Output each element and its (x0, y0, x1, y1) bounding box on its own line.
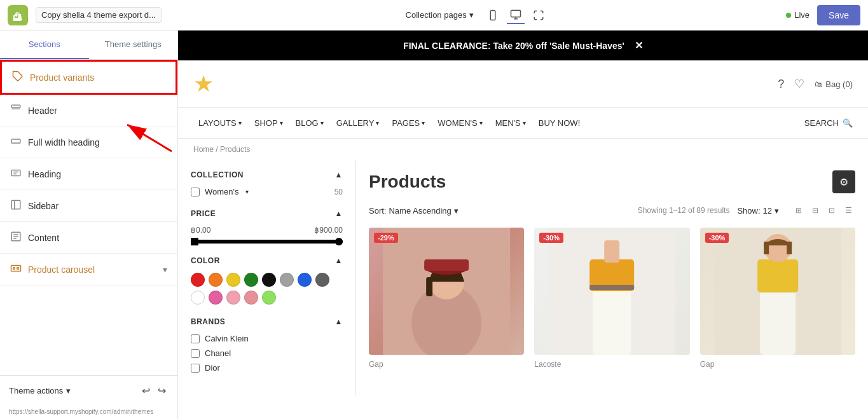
color-swatch-yellow[interactable] (226, 273, 240, 287)
nav-item-buynow[interactable]: BUY NOW! (534, 116, 586, 130)
show-select[interactable]: Show: 12 ▾ (737, 206, 779, 216)
nav-item-layouts[interactable]: LAYOUTS ▾ (193, 116, 247, 130)
sidebar-item-content[interactable]: Content (0, 222, 177, 254)
sidebar-item-sidebar[interactable]: Sidebar (0, 190, 177, 222)
theme-actions-button[interactable]: Theme actions ▾ (9, 386, 71, 395)
undo-button[interactable]: ↩ (139, 382, 153, 399)
color-swatch-orange[interactable] (209, 273, 223, 287)
color-swatch-dark-gray[interactable] (315, 273, 329, 287)
filter-color-heading[interactable]: COLOR ▲ (191, 256, 343, 265)
grid-view-4col[interactable]: ⊞ (792, 203, 806, 217)
tag-icon (12, 71, 24, 84)
save-button[interactable]: Save (817, 5, 860, 25)
sidebar-icon (10, 199, 22, 212)
color-swatch-white[interactable] (191, 291, 205, 305)
svg-rect-0 (490, 10, 495, 20)
product-image-2: -30% (534, 228, 689, 355)
nav-label-buynow: BUY NOW! (539, 118, 581, 128)
banner-text: FINAL CLEARANCE: Take 20% off 'Sale Must… (403, 41, 624, 51)
chevron-blog: ▾ (320, 120, 324, 127)
content-icon (10, 231, 22, 244)
color-swatch-pink[interactable] (209, 291, 223, 305)
nav-item-mens[interactable]: MEN'S ▾ (490, 116, 531, 130)
sidebar-item-label-sidebar: Sidebar (28, 201, 59, 211)
chevron-womens: ▾ (479, 120, 483, 127)
price-slider-track[interactable] (191, 240, 343, 244)
products-area: Products ⚙ Sort: Name Ascending ▾ Showin… (356, 160, 868, 395)
filter-collection-item-womens: Women's ▾ 50 (191, 187, 343, 196)
search-button[interactable]: SEARCH 🔍 (804, 118, 853, 128)
fullwidth-icon (10, 135, 22, 149)
color-swatch-green[interactable] (244, 273, 258, 287)
color-swatch-red[interactable] (191, 273, 205, 287)
nav-item-blog[interactable]: BLOG ▾ (291, 116, 329, 130)
filter-collection-womens-label[interactable]: Women's ▾ (191, 187, 249, 196)
filter-brands-heading[interactable]: BRANDS ▲ (191, 317, 343, 326)
product-card-3[interactable]: -30% (700, 228, 855, 369)
mobile-view-icon[interactable] (484, 6, 502, 24)
color-swatch-blue[interactable] (298, 273, 312, 287)
filter-collection-womens-checkbox[interactable] (191, 188, 200, 196)
sidebar-bottom: Theme actions ▾ ↩ ↪ (0, 375, 177, 406)
sidebar-item-product-carousel[interactable]: Product carousel ▾ (0, 254, 177, 285)
top-bar: Copy shella 4 theme export d... Collecti… (0, 0, 868, 31)
chevron-pages: ▾ (422, 120, 425, 127)
sidebar-item-heading[interactable]: Heading (0, 158, 177, 190)
wishlist-icon[interactable]: ♡ (794, 77, 804, 91)
filter-color: COLOR ▲ (191, 256, 343, 305)
nav-label-womens: WOMEN'S (437, 118, 477, 128)
sidebar-item-product-variants[interactable]: Product variants (0, 60, 177, 95)
sidebar-item-full-width-heading[interactable]: Full width heading (0, 127, 177, 158)
color-swatch-mauve[interactable] (244, 291, 258, 305)
sort-select[interactable]: Sort: Name Ascending ▾ (369, 206, 458, 216)
collection-pages-button[interactable]: Collection pages ▾ (401, 8, 479, 22)
live-label: Live (794, 10, 809, 20)
results-info: Showing 1–12 of 89 results (638, 206, 730, 215)
filter-brand-calvinklein-checkbox[interactable] (191, 334, 200, 343)
color-swatch-light-pink[interactable] (226, 291, 240, 305)
tab-theme-settings[interactable]: Theme settings (89, 31, 178, 59)
sort-value: Name Ascending (389, 206, 451, 216)
nav-item-gallery[interactable]: GALLERY ▾ (331, 116, 385, 130)
content-area: COLLECTION ▲ Women's ▾ 50 (178, 160, 868, 395)
chevron-down-womens: ▾ (245, 188, 249, 195)
color-swatch-lime[interactable] (262, 291, 276, 305)
filter-collection-womens-text: Women's (205, 187, 239, 196)
filter-collection: COLLECTION ▲ Women's ▾ 50 (191, 170, 343, 196)
banner-close-icon[interactable]: ✕ (635, 39, 643, 52)
filter-collection-heading[interactable]: COLLECTION ▲ (191, 170, 343, 179)
sidebar-tabs: Sections Theme settings (0, 31, 177, 60)
svg-rect-12 (11, 200, 20, 209)
product-grid: -29% (369, 228, 855, 369)
grid-view-3col[interactable]: ⊟ (808, 203, 822, 217)
nav-item-womens[interactable]: WOMEN'S ▾ (432, 116, 487, 130)
tab-sections[interactable]: Sections (0, 31, 89, 59)
color-swatch-black[interactable] (262, 273, 276, 287)
breadcrumb-text: Home / Products (193, 145, 250, 154)
nav-item-shop[interactable]: SHOP ▾ (249, 116, 288, 130)
desktop-view-icon[interactable] (507, 6, 525, 24)
svg-rect-39 (787, 242, 792, 254)
bag-icon[interactable]: 🛍 Bag (0) (815, 79, 853, 89)
chevron-up-price: ▲ (335, 209, 343, 218)
grid-view-2col[interactable]: ⊡ (825, 203, 839, 217)
filter-brand-dior-checkbox[interactable] (191, 364, 200, 373)
help-icon[interactable]: ? (778, 78, 784, 91)
chevron-gallery: ▾ (376, 120, 379, 127)
product-card-1[interactable]: -29% (369, 228, 524, 369)
preview-inner: FINAL CLEARANCE: Take 20% off 'Sale Must… (178, 31, 868, 419)
color-swatch-gray[interactable] (280, 273, 294, 287)
fullscreen-view-icon[interactable] (530, 6, 548, 24)
product-card-2[interactable]: -30% (534, 228, 689, 369)
svg-rect-2 (511, 10, 520, 17)
chevron-down-icon-theme: ▾ (66, 386, 71, 395)
nav-item-pages[interactable]: PAGES ▾ (387, 116, 430, 130)
carousel-icon (10, 263, 22, 276)
redo-button[interactable]: ↪ (155, 382, 169, 399)
filter-price-heading[interactable]: PRICE ▲ (191, 209, 343, 218)
list-view[interactable]: ☰ (841, 203, 855, 217)
sidebar-item-header[interactable]: Header (0, 95, 177, 127)
filter-brand-chanel-checkbox[interactable] (191, 349, 200, 358)
store-logo: ★ (193, 71, 214, 97)
settings-gear-button[interactable]: ⚙ (832, 170, 855, 193)
